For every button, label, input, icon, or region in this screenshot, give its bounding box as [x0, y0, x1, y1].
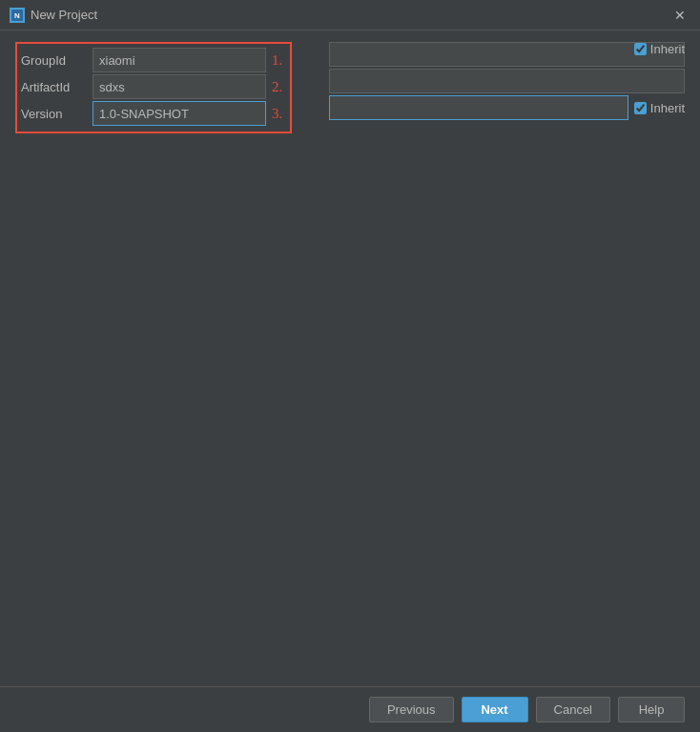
- groupid-row: GroupId 1.: [21, 48, 282, 72]
- cancel-button[interactable]: Cancel: [536, 697, 610, 722]
- inherit-label[interactable]: Inherit: [634, 101, 685, 115]
- artifactid-row: ArtifactId 2.: [21, 74, 282, 99]
- artifactid-extra-input[interactable]: [329, 69, 685, 93]
- next-button[interactable]: Next: [462, 697, 528, 722]
- annotation-3: 3.: [272, 106, 282, 122]
- previous-button[interactable]: Previous: [369, 697, 454, 722]
- title-bar: N New Project ✕: [0, 0, 700, 30]
- content-area: GroupId 1. ArtifactId 2. Version 3.: [0, 30, 700, 686]
- inherit-checkbox[interactable]: [634, 102, 647, 114]
- groupid-right-section: Inherit: [329, 42, 685, 120]
- groupid-input[interactable]: [93, 48, 266, 72]
- help-button[interactable]: Help: [618, 697, 685, 722]
- groupid-label: GroupId: [21, 53, 93, 68]
- groupid-inherit-wrapper: Inherit: [634, 42, 685, 56]
- app-icon: N: [10, 8, 25, 23]
- new-project-dialog: N New Project ✕ GroupId 1. ArtifactId: [0, 0, 700, 732]
- close-button[interactable]: ✕: [669, 5, 690, 26]
- groupid-inherit-label[interactable]: Inherit: [634, 42, 685, 56]
- artifactid-label: ArtifactId: [21, 80, 93, 94]
- annotation-2: 2.: [272, 79, 282, 95]
- annotation-1: 1.: [272, 52, 282, 69]
- title-bar-left: N New Project: [10, 8, 97, 23]
- groupid-extra-input[interactable]: [329, 42, 685, 67]
- button-bar: Previous Next Cancel Help: [0, 686, 700, 732]
- artifactid-input[interactable]: [93, 74, 266, 99]
- version-label: Version: [21, 107, 93, 121]
- dialog-title: New Project: [31, 8, 97, 22]
- version-row: Version 3.: [21, 101, 282, 126]
- groupid-inherit-checkbox[interactable]: [634, 43, 647, 55]
- version-extra-input[interactable]: [329, 95, 628, 120]
- svg-text:N: N: [14, 11, 20, 20]
- version-input[interactable]: [93, 101, 266, 126]
